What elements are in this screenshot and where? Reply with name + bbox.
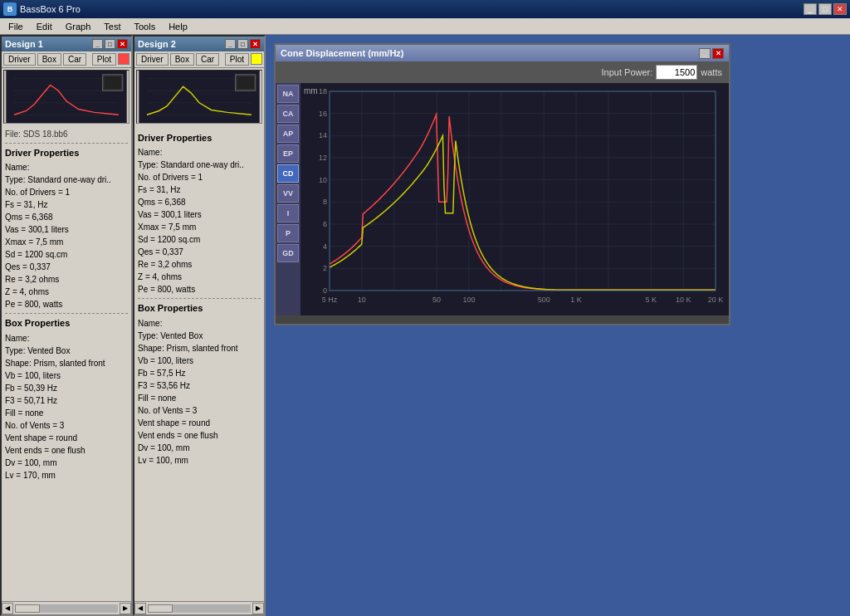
design2-box-title: Box Properties [138,302,261,315]
chart-toolbar: Input Power: watts [276,61,729,83]
side-label-ap[interactable]: AP [277,125,299,143]
design1-scroll-right[interactable]: ▶ [120,603,131,614]
bp2-11: Lv = 100, mm [138,454,261,467]
dp2-1: Type: Standard one-way dri.. [138,159,261,171]
dp2-5: Vas = 300,1 liters [138,208,261,221]
design2-minimize-btn[interactable]: _ [225,39,236,49]
dp2-9: Re = 3,2 ohms [138,258,261,271]
chart-close-btn[interactable]: ✕ [712,48,724,59]
design2-scroll-right[interactable]: ▶ [252,603,264,614]
dp2-7: Sd = 1200 sq.cm [138,233,261,246]
bp1-3: Vb = 100, liters [5,369,128,382]
design1-car-btn[interactable]: Car [63,53,86,66]
design2-scroll-thumb[interactable] [148,604,173,613]
design1-scroll-left[interactable]: ◀ [2,603,13,614]
dp2-0: Name: [138,146,261,159]
design2-header: Design 2 _ □ ✕ [134,37,264,51]
side-label-gd[interactable]: GD [277,244,299,262]
design1-driver-props: Name: Type: Standard one-way dri.. No. o… [5,161,128,310]
app-title: BassBox 6 Pro [20,4,81,14]
bp1-6: Fill = none [5,407,128,419]
close-button[interactable]: ✕ [833,3,847,15]
dp1-7: Sd = 1200 sq.cm [5,248,128,261]
design2-driver-title: Driver Properties [138,132,261,144]
minimize-button[interactable]: _ [804,3,817,15]
design2-nav: Driver Box Car Plot [134,51,264,68]
design1-plot-btn[interactable]: Plot [92,53,116,66]
dp1-1: Type: Standard one-way dri.. [5,174,128,186]
bp2-9: Vent ends = one flush [138,429,261,442]
design2-car-btn[interactable]: Car [196,53,219,66]
side-label-i[interactable]: I [277,204,299,222]
dp1-5: Vas = 300,1 liters [5,223,128,236]
chart-title-btns: _ ✕ [699,48,724,59]
design1-close-btn[interactable]: ✕ [117,39,128,49]
bp1-7: No. of Vents = 3 [5,419,128,432]
menu-tools[interactable]: Tools [127,20,162,33]
design1-divider2 [5,313,128,314]
menu-edit[interactable]: Edit [30,20,59,33]
design1-driver-btn[interactable]: Driver [3,53,36,66]
dp2-10: Z = 4, ohms [138,271,261,283]
design1-box-btn[interactable]: Box [37,53,61,66]
bp2-3: Vb = 100, liters [138,354,261,367]
chart-title: Cone Displacement (mm/Hz) [281,48,404,58]
design2-title: Design 2 [138,39,176,49]
design1-header: Design 1 _ □ ✕ [2,37,131,51]
design1-driver-title: Driver Properties [5,147,128,159]
design2-preview-chart [137,71,261,123]
chart-minimize-btn[interactable]: _ [699,48,711,59]
dp2-11: Pe = 800, watts [138,283,261,296]
bp1-10: Dv = 100, mm [5,457,128,469]
menu-help[interactable]: Help [162,20,194,33]
design1-content: File: SDS 18.bb6 Driver Properties Name:… [2,125,131,601]
side-label-vv[interactable]: VV [277,184,299,203]
chart-canvas [300,83,724,315]
design2-driver-btn[interactable]: Driver [136,53,169,66]
dp1-11: Pe = 800, watts [5,298,128,310]
input-power-unit: watts [701,67,722,77]
design2-scroll-left[interactable]: ◀ [134,603,146,614]
maximize-button[interactable]: □ [818,3,832,15]
chart-canvas-wrap: mm [300,83,729,315]
menu-test[interactable]: Test [97,20,127,33]
bp1-9: Vent ends = one flush [5,444,128,457]
side-label-cd[interactable]: CD [277,164,299,183]
svg-rect-13 [237,76,254,90]
design2-restore-btn[interactable]: □ [237,39,248,49]
dp1-10: Z = 4, ohms [5,286,128,298]
dp1-6: Xmax = 7,5 mm [5,236,128,248]
side-label-p[interactable]: P [277,224,299,242]
design1-scroll-thumb[interactable] [15,604,40,613]
side-label-ep[interactable]: EP [277,144,299,163]
bp2-0: Name: [138,317,261,330]
design2-plot-btn[interactable]: Plot [225,53,249,66]
design2-box-props: Name: Type: Vented Box Shape: Prism, sla… [138,317,261,467]
design1-plot-indicator [118,53,129,65]
design1-nav: Driver Box Car Plot [2,51,131,68]
bp2-5: F3 = 53,56 Hz [138,379,261,392]
dp2-8: Qes = 0,337 [138,246,261,258]
menu-file[interactable]: File [2,20,30,33]
design2-preview [136,70,262,124]
dp2-3: Fs = 31, Hz [138,183,261,196]
design2-scroll-track[interactable] [148,604,251,613]
design1-preview [3,70,129,124]
side-label-ca[interactable]: CA [277,105,299,123]
panels-area: Design 1 _ □ ✕ Driver Box Car Plot [0,35,266,616]
design2-close-btn[interactable]: ✕ [250,39,261,49]
design1-file-label: File: SDS 18.bb6 [5,129,128,140]
input-power-field[interactable] [656,65,697,80]
design2-box-btn[interactable]: Box [170,53,194,66]
side-label-na[interactable]: NA [277,85,299,103]
bp2-4: Fb = 57,5 Hz [138,367,261,379]
design1-restore-btn[interactable]: □ [105,39,115,49]
design1-minimize-btn[interactable]: _ [92,39,103,49]
design1-scroll-track[interactable] [15,604,118,613]
menu-graph[interactable]: Graph [59,20,98,33]
dp2-4: Qms = 6,368 [138,196,261,208]
bp1-5: F3 = 50,71 Hz [5,394,128,407]
chart-area: Cone Displacement (mm/Hz) _ ✕ Input Powe… [266,35,850,616]
chart-window: Cone Displacement (mm/Hz) _ ✕ Input Powe… [274,43,730,325]
design1-box-props: Name: Type: Vented Box Shape: Prism, sla… [5,332,128,482]
